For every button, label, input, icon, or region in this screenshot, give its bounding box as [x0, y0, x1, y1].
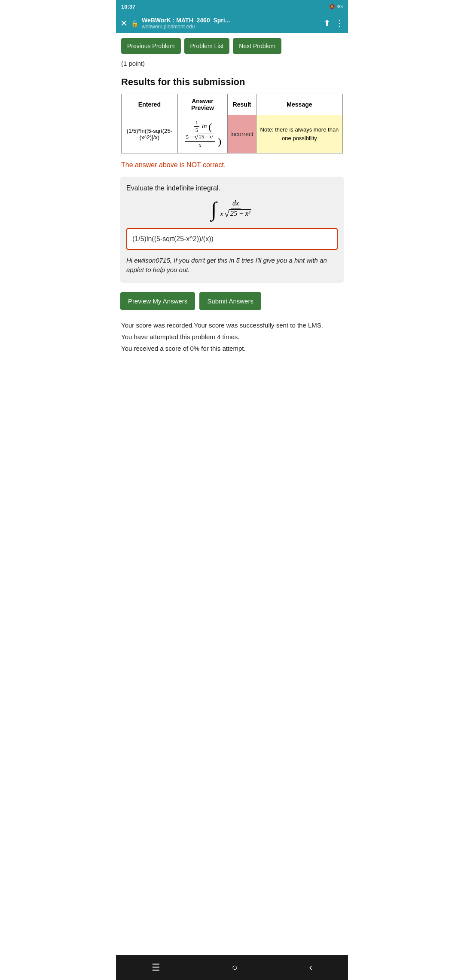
- results-section: Results for this submission Entered Answ…: [116, 70, 348, 157]
- browser-lock-icon: 🔒: [131, 20, 138, 27]
- browser-close-button[interactable]: ✕: [120, 19, 128, 28]
- browser-share-button[interactable]: ⬆: [324, 18, 331, 28]
- score-line-2: You have attempted this problem 4 times.: [121, 331, 343, 343]
- browser-bar: ✕ 🔒 WeBWorK : MATH_2460_Spri... webwork.…: [116, 13, 348, 33]
- problem-instruction: Evaluate the indefinite integral.: [126, 184, 338, 192]
- integral-fraction: dx x √ 25 − x²: [219, 199, 253, 219]
- col-result: Result: [228, 94, 256, 115]
- score-info: Your score was recorded.Your score was s…: [116, 316, 348, 363]
- status-icons: 🔕 4G: [329, 4, 343, 9]
- navigation-buttons: Previous Problem Problem List Next Probl…: [116, 33, 348, 57]
- answer-input[interactable]: [126, 228, 338, 250]
- browser-url: webwork.piedmont.edu: [142, 24, 320, 30]
- next-problem-button[interactable]: Next Problem: [233, 38, 281, 54]
- browser-more-button[interactable]: ⋮: [335, 18, 344, 28]
- cell-preview: 1 5 ln ( 5 − √ 25 − x²: [177, 115, 227, 153]
- action-buttons: Preview My Answers Submit Answers: [116, 286, 348, 316]
- problem-box: Evaluate the indefinite integral. ∫ dx x…: [120, 177, 344, 283]
- col-message: Message: [256, 94, 342, 115]
- integral-display: ∫ dx x √ 25 − x²: [126, 199, 338, 220]
- point-label: (1 point): [116, 57, 348, 70]
- preview-answers-button[interactable]: Preview My Answers: [120, 292, 195, 310]
- table-row: (1/5)*ln([5-sqrt(25-(x^2)]/x) 1 5 ln (: [122, 115, 343, 153]
- status-time: 10:37: [121, 3, 135, 10]
- hint-text: Hi ewilson0715, If you don't get this in…: [126, 256, 338, 275]
- submit-answers-button[interactable]: Submit Answers: [199, 292, 261, 310]
- col-preview: Answer Preview: [177, 94, 227, 115]
- previous-problem-button[interactable]: Previous Problem: [121, 38, 181, 54]
- problem-list-button[interactable]: Problem List: [184, 38, 230, 54]
- results-table: Entered Answer Preview Result Message (1…: [121, 94, 343, 153]
- results-title: Results for this submission: [121, 77, 343, 88]
- col-entered: Entered: [122, 94, 178, 115]
- status-icons-text: 🔕 4G: [329, 4, 343, 9]
- integral-numerator: dx: [231, 199, 241, 208]
- incorrect-notice: The answer above is NOT correct.: [116, 157, 348, 173]
- browser-actions: ⬆ ⋮: [324, 18, 344, 28]
- cell-message: Note: there is always more than one poss…: [256, 115, 342, 153]
- cell-result: incorrect: [228, 115, 256, 153]
- integral-sign: ∫: [211, 199, 217, 220]
- cell-entered: (1/5)*ln([5-sqrt(25-(x^2)]/x): [122, 115, 178, 153]
- browser-title-area: WeBWorK : MATH_2460_Spri... webwork.pied…: [142, 17, 320, 30]
- browser-title: WeBWorK : MATH_2460_Spri...: [142, 17, 320, 24]
- score-line-3: You received a score of 0% for this atte…: [121, 343, 343, 354]
- status-bar: 10:37 🔕 4G: [116, 0, 348, 13]
- integral-denominator: x √ 25 − x²: [219, 208, 253, 219]
- score-line-1: Your score was recorded.Your score was s…: [121, 319, 343, 331]
